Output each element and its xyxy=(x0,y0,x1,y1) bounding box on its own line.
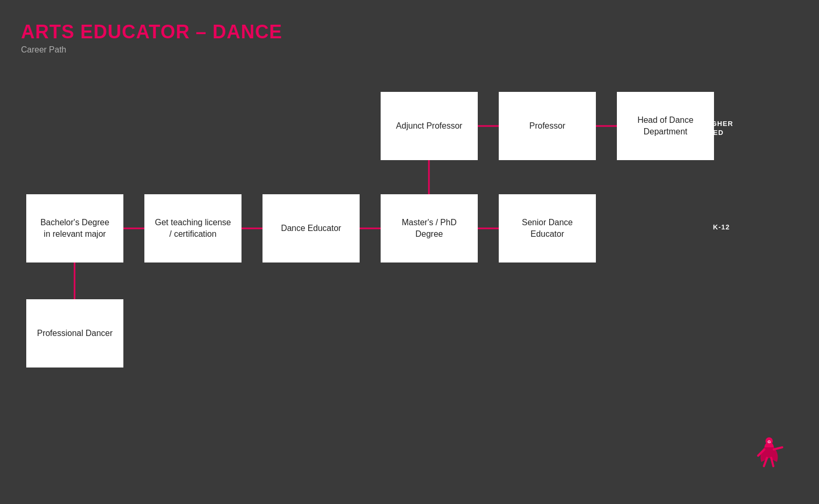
career-box-head-dept: Head of DanceDepartment xyxy=(617,92,714,160)
career-box-dance-edu: Dance Educator xyxy=(262,194,360,262)
career-box-bachelors: Bachelor's Degreein relevant major xyxy=(26,194,123,262)
page-title: ARTS EDUCATOR – DANCE xyxy=(21,21,282,43)
k12-label: K-12 xyxy=(713,223,730,231)
career-box-senior-dance: Senior DanceEducator xyxy=(499,194,596,262)
page-subtitle: Career Path xyxy=(21,45,282,55)
career-box-pro-dancer: Professional Dancer xyxy=(26,299,123,368)
svg-line-11 xyxy=(774,447,782,449)
svg-text:G: G xyxy=(768,439,771,444)
hero-icon: G xyxy=(751,436,788,472)
career-box-adjunct: Adjunct Professor xyxy=(381,92,478,160)
career-box-masters: Master's / PhDDegree xyxy=(381,194,478,262)
career-box-professor: Professor xyxy=(499,92,596,160)
higher-ed-label: HIGHERED xyxy=(704,120,733,138)
header: ARTS EDUCATOR – DANCE Career Path xyxy=(21,21,282,55)
career-box-teaching-lic: Get teaching license/ certification xyxy=(144,194,242,262)
